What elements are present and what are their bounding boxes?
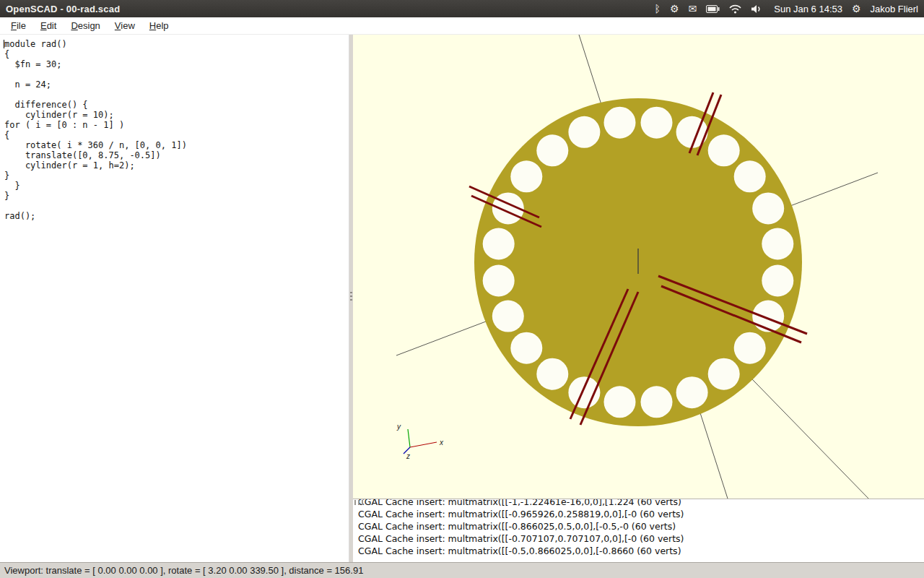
code-line: difference() { <box>4 100 349 110</box>
wifi-icon[interactable] <box>729 4 741 14</box>
splitter-grip-icon <box>350 292 352 301</box>
axis-label-x: x <box>439 439 444 447</box>
code-line: for ( i = [0 : n - 1] ) <box>4 120 349 130</box>
console-log[interactable]: CGAL Cache insert: multmatrix([[-1,-1.22… <box>353 499 924 562</box>
code-line: cylinder(r = 1, h=2); <box>4 160 349 171</box>
statusbar: Viewport: translate = [ 0.00 0.00 0.00 ]… <box>0 562 924 578</box>
disc-hole <box>510 332 542 364</box>
console-line: CGAL Cache insert: multmatrix([[-0.70710… <box>358 532 924 545</box>
menu-item[interactable]: Help <box>142 18 176 33</box>
code-line: } <box>4 171 349 181</box>
disc-hole <box>708 134 740 166</box>
disc-hole <box>492 301 524 332</box>
disc-hole <box>536 358 568 390</box>
menu-item[interactable]: View <box>108 18 142 33</box>
disc-hole <box>510 160 542 192</box>
menubar: File Edit Design View Help <box>0 17 924 35</box>
titlebar: OpenSCAD - 00-rad.scad ᛒ ⚙ ✉ <box>0 0 924 17</box>
disc-hole <box>641 107 673 139</box>
disc-hole <box>568 116 600 148</box>
clock[interactable]: Sun Jan 6 14:53 <box>774 4 842 14</box>
code-line: } <box>4 191 349 201</box>
code-line: $fn = 30; <box>4 59 349 69</box>
viewport-scene: y x z <box>353 35 924 499</box>
main-content: module rad() { $fn = 30; n = 24; differe… <box>0 35 924 562</box>
user-menu[interactable]: Jakob Flierl <box>871 4 918 14</box>
code-line: cylinder(r = 10); <box>4 110 349 120</box>
console-line: CGAL Cache insert: multmatrix([[-0.86602… <box>358 520 924 532</box>
axis-label-z: z <box>406 452 410 460</box>
code-line <box>4 90 349 100</box>
console-line: CGAL Cache insert: multmatrix([[-0.96592… <box>358 508 924 520</box>
right-pane: y x z CGAL Cache insert: multmatrix([[-1… <box>353 35 924 562</box>
code-line <box>4 69 349 79</box>
mail-icon[interactable]: ✉ <box>689 4 697 14</box>
code-line <box>4 201 349 211</box>
screen: OpenSCAD - 00-rad.scad ᛒ ⚙ ✉ <box>0 0 924 578</box>
console-line: CGAL Cache insert: multmatrix([[-1,-1.22… <box>358 499 924 508</box>
code-line: translate([0, 8.75, -0.5]) <box>4 150 349 160</box>
disc-hole <box>708 358 740 390</box>
disc-hole <box>752 301 784 332</box>
disc-hole <box>483 265 515 297</box>
menu-item[interactable]: File <box>4 18 33 33</box>
indicator-gear-icon[interactable]: ⚙ <box>670 4 679 14</box>
viewport-status-text: Viewport: translate = [ 0.00 0.00 0.00 ]… <box>4 565 363 576</box>
code-line: } <box>4 181 349 191</box>
text-caret <box>4 40 4 48</box>
code-editor[interactable]: module rad() { $fn = 30; n = 24; differe… <box>0 35 349 562</box>
code-line: n = 24; <box>4 79 349 90</box>
disc-hole <box>734 332 766 364</box>
disc-hole <box>641 386 673 418</box>
bluetooth-icon[interactable]: ᛒ <box>655 4 661 14</box>
console-line: CGAL Cache insert: multmatrix([[-0.5,0.8… <box>358 545 924 557</box>
code-line: rotate( i * 360 / n, [0, 0, 1]) <box>4 140 349 150</box>
system-tray: ᛒ ⚙ ✉ <box>655 4 918 14</box>
disc-hole <box>604 386 636 418</box>
code-line: { <box>4 49 349 59</box>
console-lines: CGAL Cache insert: multmatrix([[-1,-1.22… <box>353 499 924 557</box>
volume-icon[interactable] <box>751 4 762 14</box>
menu-item[interactable]: Edit <box>33 18 64 33</box>
disc-hole <box>734 160 766 192</box>
viewport-3d[interactable]: y x z <box>353 35 924 499</box>
disc-hole <box>676 376 708 408</box>
window-title: OpenSCAD - 00-rad.scad <box>6 4 120 14</box>
code-line: module rad() <box>4 39 349 49</box>
disc-hole <box>752 192 784 224</box>
menu-item[interactable]: Design <box>64 18 107 33</box>
console-splitter-grip-icon <box>354 500 364 505</box>
disc-hole <box>483 228 515 260</box>
code-line: { <box>4 130 349 140</box>
disc-hole <box>762 228 793 260</box>
disc-hole <box>762 265 793 297</box>
disc-hole <box>604 107 636 139</box>
axis-label-y: y <box>396 423 401 431</box>
session-gear-icon[interactable]: ⚙ <box>852 4 861 14</box>
code-line: rad(); <box>4 211 349 221</box>
disc-hole <box>536 134 568 166</box>
battery-icon[interactable] <box>706 5 720 13</box>
